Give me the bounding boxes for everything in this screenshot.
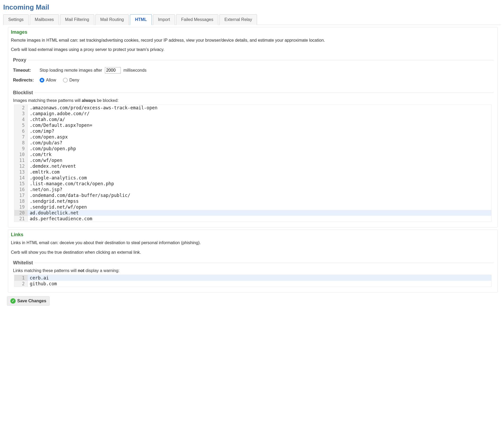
- code-line[interactable]: 19.sendgrid.net/wf/open: [14, 204, 491, 210]
- line-number: 4: [14, 117, 28, 122]
- images-desc-2: Cerb will load external images using a p…: [8, 45, 497, 55]
- timeout-text-after: milliseconds: [123, 68, 147, 73]
- whitelist-editor[interactable]: 1cerb.ai2github.com: [14, 275, 492, 287]
- redirects-row: Redirects: Allow Deny: [13, 78, 493, 83]
- line-number: 19: [14, 204, 28, 210]
- code-content: .com/trk: [28, 152, 491, 157]
- code-line[interactable]: 10.com/trk: [14, 152, 491, 157]
- line-number: 17: [14, 192, 28, 198]
- links-heading: Links: [8, 230, 497, 239]
- code-line[interactable]: 21ads.perfectaudience.com: [14, 216, 491, 222]
- code-content: .sendgrid.net/mpss: [28, 198, 491, 204]
- tab-external-relay[interactable]: External Relay: [219, 14, 257, 25]
- line-number: 15: [14, 181, 28, 187]
- tab-mail-routing[interactable]: Mail Routing: [95, 14, 129, 25]
- whitelist-desc: Links matching these patterns will not d…: [13, 268, 493, 273]
- redirects-deny-option[interactable]: Deny: [63, 78, 79, 83]
- code-line[interactable]: 4.chtah.com/a/: [14, 117, 491, 122]
- save-label: Save Changes: [17, 299, 46, 303]
- code-line[interactable]: 12.demdex.net/event: [14, 163, 491, 169]
- code-line[interactable]: 9.com/pub/open.php: [14, 146, 491, 152]
- check-circle-icon: ✓: [10, 298, 16, 304]
- proxy-fieldset: Proxy Timeout: Stop loading remote image…: [12, 57, 494, 87]
- timeout-row: Timeout: Stop loading remote images afte…: [13, 67, 493, 74]
- code-content: .com/open.aspx: [28, 134, 491, 140]
- allow-label: Allow: [46, 78, 56, 83]
- whitelist-desc-strong: not: [78, 268, 84, 273]
- code-content: .list-manage.com/track/open.php: [28, 181, 491, 187]
- images-desc-1: Remote images in HTML email can: set tra…: [8, 36, 497, 45]
- timeout-label: Timeout:: [13, 68, 37, 73]
- blocklist-desc-strong: always: [82, 98, 96, 103]
- code-line[interactable]: 2github.com: [14, 281, 491, 287]
- line-number: 8: [14, 140, 28, 146]
- code-content: .com/Default.aspx?open=: [28, 122, 491, 128]
- code-content: .emltrk.com: [28, 169, 491, 175]
- tab-failed-messages[interactable]: Failed Messages: [176, 14, 218, 25]
- tab-mailboxes[interactable]: Mailboxes: [30, 14, 59, 25]
- blocklist-editor[interactable]: 2.amazonaws.com/prod/excess-aws-track-em…: [14, 105, 492, 222]
- tab-html[interactable]: HTML: [130, 14, 152, 25]
- whitelist-desc-before: Links matching these patterns will: [13, 268, 78, 273]
- blocklist-desc: Images matching these patterns will alwa…: [13, 98, 493, 103]
- code-line[interactable]: 8.com/pub/as?: [14, 140, 491, 146]
- line-number: 2: [14, 281, 28, 287]
- code-content: .com/pub/open.php: [28, 146, 491, 152]
- tabs-bar: SettingsMailboxesMail FilteringMail Rout…: [3, 14, 501, 25]
- code-content: .ondemand.com/data-buffer/sap/public/: [28, 192, 491, 198]
- code-line[interactable]: 5.com/Default.aspx?open=: [14, 122, 491, 128]
- page-title: Incoming Mail: [3, 3, 501, 11]
- line-number: 13: [14, 169, 28, 175]
- line-number: 11: [14, 157, 28, 163]
- code-content: github.com: [28, 281, 491, 287]
- line-number: 7: [14, 134, 28, 140]
- code-content: .com/pub/as?: [28, 140, 491, 146]
- blocklist-fieldset: Blocklist Images matching these patterns…: [12, 90, 494, 222]
- redirects-allow-option[interactable]: Allow: [40, 78, 56, 83]
- code-content: .amazonaws.com/prod/excess-aws-track-ema…: [28, 105, 491, 111]
- line-number: 1: [14, 275, 28, 281]
- code-content: .net/on.jsp?: [28, 187, 491, 192]
- code-line[interactable]: 20ad.doubleclick.net: [14, 210, 491, 216]
- code-line[interactable]: 11.com/wf/open: [14, 157, 491, 163]
- line-number: 6: [14, 128, 28, 134]
- code-line[interactable]: 14.google-analytics.com: [14, 175, 491, 181]
- code-content: .sendgrid.net/wf/open: [28, 204, 491, 210]
- code-content: .com/imp?: [28, 128, 491, 134]
- code-line[interactable]: 17.ondemand.com/data-buffer/sap/public/: [14, 192, 491, 198]
- code-line[interactable]: 7.com/open.aspx: [14, 134, 491, 140]
- proxy-legend: Proxy: [13, 57, 28, 63]
- code-line[interactable]: 13.emltrk.com: [14, 169, 491, 175]
- code-line[interactable]: 2.amazonaws.com/prod/excess-aws-track-em…: [14, 105, 491, 111]
- code-line[interactable]: 15.list-manage.com/track/open.php: [14, 181, 491, 187]
- blocklist-desc-after: be blocked:: [96, 98, 118, 103]
- code-line[interactable]: 16.net/on.jsp?: [14, 187, 491, 192]
- code-line[interactable]: 6.com/imp?: [14, 128, 491, 134]
- line-number: 18: [14, 198, 28, 204]
- tab-mail-filtering[interactable]: Mail Filtering: [60, 14, 94, 25]
- blocklist-legend: Blocklist: [13, 90, 35, 96]
- code-content: cerb.ai: [28, 275, 491, 281]
- code-line[interactable]: 18.sendgrid.net/mpss: [14, 198, 491, 204]
- code-content: .chtah.com/a/: [28, 117, 491, 122]
- whitelist-legend: Whitelist: [13, 260, 35, 266]
- tab-import[interactable]: Import: [153, 14, 175, 25]
- code-content: .google-analytics.com: [28, 175, 491, 181]
- radio-deny-icon: [63, 78, 68, 83]
- deny-label: Deny: [69, 78, 79, 83]
- whitelist-desc-after: display a warning:: [84, 268, 120, 273]
- code-line[interactable]: 1cerb.ai: [14, 275, 491, 281]
- links-panel: Links Links in HTML email can: deceive y…: [8, 230, 498, 292]
- timeout-input[interactable]: [105, 67, 121, 74]
- save-button[interactable]: ✓ Save Changes: [7, 296, 50, 306]
- code-content: .com/wf/open: [28, 157, 491, 163]
- line-number: 14: [14, 175, 28, 181]
- line-number: 21: [14, 216, 28, 222]
- line-number: 9: [14, 146, 28, 152]
- code-line[interactable]: 3.campaign.adobe.com/r/: [14, 111, 491, 117]
- links-desc-2: Cerb will show you the true destination …: [8, 248, 497, 257]
- redirects-label: Redirects:: [13, 78, 37, 83]
- tab-settings[interactable]: Settings: [3, 14, 29, 25]
- links-desc-1: Links in HTML email can: deceive you abo…: [8, 239, 497, 248]
- line-number: 20: [14, 210, 28, 216]
